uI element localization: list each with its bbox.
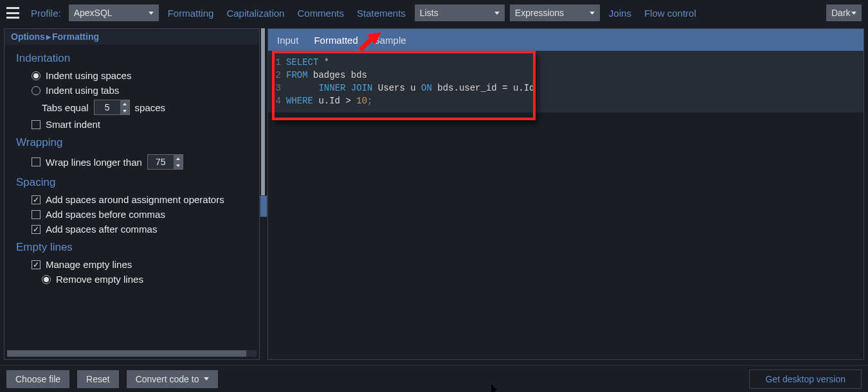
radio-indent-spaces[interactable] — [32, 71, 41, 80]
label-spaces-assign: Add spaces around assignment operators — [46, 194, 224, 205]
theme-dropdown[interactable]: Dark — [826, 4, 862, 21]
menu-expressions-dropdown[interactable]: Expressions — [510, 4, 600, 21]
tab-formatted[interactable]: Formatted — [314, 35, 357, 46]
panel-splitter[interactable] — [260, 28, 266, 360]
convert-code-dropdown[interactable]: Convert code to — [127, 370, 219, 388]
checkbox-manage-empty[interactable] — [32, 260, 41, 269]
stepper-down-icon[interactable] — [174, 162, 183, 169]
top-bar: Profile: ApexSQL Formatting Capitalizati… — [0, 0, 868, 26]
checkbox-spaces-after-commas[interactable] — [32, 225, 41, 234]
breadcrumb-root[interactable]: Options — [11, 31, 45, 42]
main-area: Options ▸ Formatting Indentation Indent … — [0, 26, 868, 360]
label-indent-tabs: Indent using tabs — [46, 85, 119, 96]
menu-statements[interactable]: Statements — [353, 8, 410, 19]
menu-capitalization[interactable]: Capitalization — [222, 8, 288, 19]
section-wrapping: Wrapping — [16, 136, 248, 149]
options-panel: Options ▸ Formatting Indentation Indent … — [4, 28, 260, 360]
hamburger-icon[interactable] — [6, 7, 19, 19]
label-spaces-before-commas: Add spaces before commas — [46, 209, 165, 220]
checkbox-spaces-assign[interactable] — [32, 195, 41, 204]
stepper-up-icon[interactable] — [174, 155, 183, 162]
tab-input[interactable]: Input — [277, 35, 298, 46]
line-number: 4 — [268, 94, 286, 107]
label-tabs-equal-pre: Tabs equal — [42, 102, 89, 113]
line-number: 2 — [268, 69, 286, 82]
caret-down-icon — [590, 12, 595, 15]
label-remove-empty: Remove empty lines — [56, 274, 143, 285]
label-wrap-lines: Wrap lines longer than — [46, 157, 142, 168]
stepper-up-icon[interactable] — [120, 100, 129, 107]
tabs-equal-input[interactable] — [95, 100, 120, 114]
menu-lists-dropdown[interactable]: Lists — [415, 4, 505, 21]
line-number: 1 — [268, 56, 286, 69]
wrap-length-input[interactable] — [148, 155, 174, 169]
tab-sample[interactable]: Sample — [374, 35, 406, 46]
menu-flow-control[interactable]: Flow control — [640, 8, 700, 19]
checkbox-wrap-lines[interactable] — [32, 157, 41, 166]
checkbox-smart-indent[interactable] — [32, 120, 41, 129]
get-desktop-version-link[interactable]: Get desktop version — [749, 370, 862, 389]
caret-down-icon — [204, 377, 209, 380]
profile-value: ApexSQL — [74, 8, 113, 18]
menu-comments[interactable]: Comments — [293, 8, 348, 19]
checkbox-spaces-before-commas[interactable] — [32, 210, 41, 219]
section-indentation: Indentation — [16, 52, 248, 65]
profile-dropdown[interactable]: ApexSQL — [69, 4, 159, 21]
lists-label: Lists — [420, 8, 439, 18]
theme-value: Dark — [831, 8, 851, 18]
code-view[interactable]: 1SELECT * 2FROM badges bds 3 INNER JOIN … — [268, 51, 863, 112]
radio-remove-empty[interactable] — [42, 275, 51, 284]
reset-button[interactable]: Reset — [77, 370, 119, 388]
options-body: Indentation Indent using spaces Indent u… — [5, 44, 259, 350]
editor-tabs: Input Formatted Sample — [268, 29, 863, 51]
radio-indent-tabs[interactable] — [32, 86, 41, 95]
profile-label: Profile: — [31, 8, 61, 19]
label-manage-empty: Manage empty lines — [46, 259, 132, 270]
editor-panel: Input Formatted Sample 1SELECT * 2FROM b… — [267, 28, 864, 360]
section-empty-lines: Empty lines — [16, 241, 248, 254]
line-number: 3 — [268, 82, 286, 94]
expressions-label: Expressions — [515, 8, 564, 18]
section-spacing: Spacing — [16, 176, 248, 189]
code-container: 1SELECT * 2FROM badges bds 3 INNER JOIN … — [268, 51, 863, 112]
breadcrumb-leaf[interactable]: Formatting — [52, 31, 99, 42]
label-tabs-equal-post: spaces — [135, 102, 166, 113]
caret-down-icon — [494, 12, 500, 15]
stepper-down-icon[interactable] — [120, 107, 129, 114]
menu-joins[interactable]: Joins — [605, 8, 635, 19]
options-horizontal-scrollbar[interactable] — [7, 350, 257, 357]
breadcrumb-sep-icon: ▸ — [46, 31, 51, 42]
tabs-equal-stepper[interactable] — [94, 100, 130, 115]
menu-formatting[interactable]: Formatting — [164, 8, 218, 19]
label-indent-spaces: Indent using spaces — [46, 70, 131, 81]
wrap-length-stepper[interactable] — [147, 154, 183, 170]
choose-file-button[interactable]: Choose file — [6, 370, 69, 388]
caret-down-icon — [851, 12, 856, 15]
label-spaces-after-commas: Add spaces after commas — [46, 224, 157, 235]
caret-down-icon — [149, 12, 154, 15]
bottom-bar: Choose file Reset Convert code to Get de… — [0, 365, 868, 392]
scrollbar-thumb[interactable] — [7, 350, 246, 357]
label-smart-indent: Smart indent — [46, 119, 100, 130]
breadcrumb: Options ▸ Formatting — [5, 29, 259, 44]
